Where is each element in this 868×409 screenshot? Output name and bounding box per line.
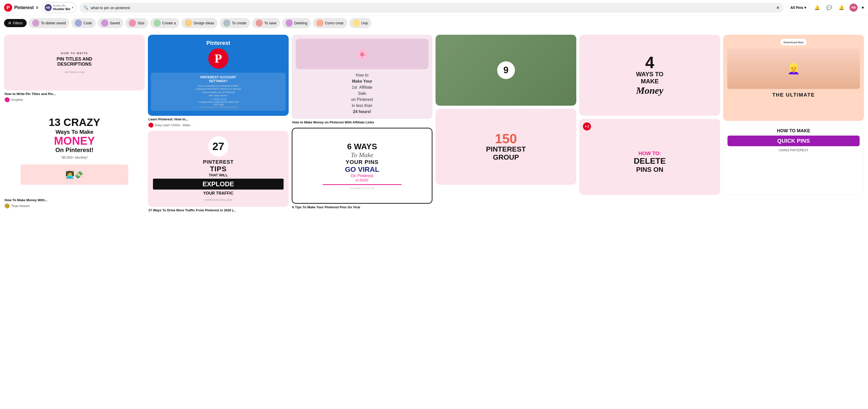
account-info: Hustler Biz Hustler Biz <box>53 4 70 11</box>
pin-title: 27 Ways To Drive More Traffic From Pinte… <box>148 208 289 213</box>
chip-label: Size <box>137 21 144 25</box>
hamburger-icon[interactable]: ≡ <box>36 5 38 10</box>
user-avatar[interactable]: HB <box>849 4 858 12</box>
pin-image: 9 <box>436 35 576 106</box>
account-name-big: Hustler Biz <box>53 7 70 11</box>
chip-img-to-delete-saved <box>32 20 39 27</box>
pin-image: 6 WAYS To Make YOUR PINS GO VIRAL On Pin… <box>292 128 432 204</box>
site-name: Pinterest <box>14 5 34 10</box>
chip-img-size <box>129 20 136 27</box>
chip-saved[interactable]: Saved <box>98 18 124 28</box>
pin-image: ♥ 2 HOW TO: DELETE PINS ON <box>579 119 720 195</box>
pin-title: How to Make Money on Pinterest With Affi… <box>292 121 432 125</box>
chip-label: Code <box>84 21 92 25</box>
chip-unp[interactable]: Unp <box>349 18 372 28</box>
chat-icon[interactable]: 💬 <box>825 4 833 12</box>
pin-image: HOW TO WRITE PIN TITLES ANDDESCRIPTIONS … <box>4 35 145 91</box>
author-name: Tinas Heaven <box>11 204 30 208</box>
pins-grid: HOW TO WRITE PIN TITLES ANDDESCRIPTIONS … <box>0 31 868 217</box>
chip-create-a[interactable]: Create a <box>150 18 180 28</box>
chip-design-ideas[interactable]: Design ideas <box>181 18 218 28</box>
pin-card[interactable]: 9 <box>436 35 576 106</box>
chip-label: Unp <box>362 21 368 25</box>
expand-icon[interactable]: ▾ <box>862 5 864 10</box>
pin-image: 150 PINTEREST GROUP <box>436 109 576 185</box>
pin-author: Easy Learn Online - Make... <box>148 123 289 128</box>
chip-como-crear[interactable]: Como crear <box>313 18 347 28</box>
pin-card[interactable]: 13 CRAZY Ways To Make MONEY On Pinterest… <box>4 105 145 209</box>
pin-image: 13 CRAZY Ways To Make MONEY On Pinterest… <box>4 105 145 197</box>
pin-card[interactable]: Pinterest P PINTEREST ACCOUNTSETTINGS? H… <box>148 35 289 128</box>
pin-card[interactable]: 6 WAYS To Make YOUR PINS GO VIRAL On Pin… <box>292 128 432 210</box>
chip-to-save[interactable]: To save <box>252 18 280 28</box>
chip-to-create[interactable]: To create <box>220 18 250 28</box>
chip-code[interactable]: Code <box>71 18 95 28</box>
account-button[interactable]: HB Hustler Biz Hustler Biz ▾ <box>41 2 76 13</box>
header: P Pinterest ≡ HB Hustler Biz Hustler Biz… <box>0 0 868 15</box>
chip-img-to-create <box>223 20 230 27</box>
pin-image: 4 WAYS TO MAKE Money <box>579 35 720 116</box>
pin-card[interactable]: HOW TO MAKE QUICK PINS USING PINTEREST <box>723 124 864 195</box>
chip-img-code <box>75 20 82 27</box>
pinterest-logo-icon[interactable]: P <box>4 4 12 12</box>
chip-img-como-crear <box>316 20 323 27</box>
pin-author: Amytime <box>4 97 145 102</box>
chip-size[interactable]: Size <box>125 18 148 28</box>
pin-card[interactable]: 27 PINTEREST TIPS THAT WILL EXPLODE YOUR… <box>148 131 289 213</box>
pin-card[interactable]: 4 WAYS TO MAKE Money <box>579 35 720 116</box>
chevron-down-icon: ▾ <box>72 6 73 9</box>
pin-title: Learn Pinterest: How to... <box>148 117 289 122</box>
search-input[interactable] <box>91 6 774 10</box>
author-avatar <box>5 203 10 209</box>
search-icon: 🔍 <box>84 5 89 10</box>
search-bar[interactable]: 🔍 ✕ <box>80 3 783 13</box>
pin-image: 🌸 How toMake Your1st AffiliateSaleon Pin… <box>292 35 432 119</box>
chip-img-saved <box>101 20 108 27</box>
filter-bar: ⚙ Filters To delete saved Code Saved Siz… <box>0 15 868 31</box>
pin-title: 6 Tips To Make Your Pinterest Pins Go Vi… <box>292 205 432 210</box>
chip-label: Design ideas <box>193 21 214 25</box>
pin-image: Pinterest P PINTEREST ACCOUNTSETTINGS? H… <box>148 35 289 116</box>
pin-image: 27 PINTEREST TIPS THAT WILL EXPLODE YOUR… <box>148 131 289 207</box>
author-avatar <box>5 97 10 102</box>
pin-title: How to Write Pin Titles and Pin... <box>4 92 145 96</box>
chip-img-to-save <box>256 20 263 27</box>
chip-deleting[interactable]: Deleting <box>282 18 311 28</box>
all-pins-button[interactable]: All Pins ▾ <box>786 3 810 12</box>
chip-img-unp <box>353 20 360 27</box>
author-name: Easy Learn Online - Make... <box>155 124 193 127</box>
bell-icon[interactable]: 🔔 <box>813 4 821 12</box>
pin-card[interactable]: HOW TO WRITE PIN TITLES ANDDESCRIPTIONS … <box>4 35 145 102</box>
pin-card[interactable]: 150 PINTEREST GROUP <box>436 109 576 185</box>
chip-label: To create <box>232 21 247 25</box>
chip-to-delete-saved[interactable]: To delete saved <box>29 18 69 28</box>
chip-img-create-a <box>154 20 161 27</box>
pin-title: How To Make Money With... <box>4 198 145 202</box>
chip-label: Deleting <box>294 21 307 25</box>
account-avatar: HB <box>44 4 52 11</box>
notification-icon[interactable]: 🔔 <box>837 4 845 12</box>
logo-area: P Pinterest ≡ <box>4 4 38 12</box>
search-clear-icon[interactable]: ✕ <box>776 5 779 10</box>
chevron-down-icon: ▾ <box>804 6 806 10</box>
chip-label: Como crear <box>325 21 343 25</box>
pin-image: Download Now 👱‍♀️ THE ULTIMATE <box>723 35 864 121</box>
chip-label: To delete saved <box>41 21 66 25</box>
pin-card[interactable]: 🌸 How toMake Your1st AffiliateSaleon Pin… <box>292 35 432 125</box>
chip-img-deleting <box>286 20 293 27</box>
pin-image: HOW TO MAKE QUICK PINS USING PINTEREST <box>723 124 864 195</box>
chip-img-design-ideas <box>185 20 192 27</box>
filters-button[interactable]: ⚙ Filters <box>4 19 27 27</box>
chip-label: Saved <box>110 21 120 25</box>
pin-card[interactable]: ♥ 2 HOW TO: DELETE PINS ON <box>579 119 720 195</box>
author-name: Amytime <box>11 98 23 102</box>
chip-label: To save <box>264 21 277 25</box>
account-name-small: Hustler Biz <box>53 4 65 7</box>
filter-icon: ⚙ <box>8 21 11 25</box>
pin-card[interactable]: Download Now 👱‍♀️ THE ULTIMATE <box>723 35 864 121</box>
header-icons: 🔔 💬 🔔 HB ▾ <box>813 4 864 12</box>
pin-author: Tinas Heaven <box>4 203 145 209</box>
author-avatar <box>148 123 153 128</box>
chip-label: Create a <box>162 21 176 25</box>
